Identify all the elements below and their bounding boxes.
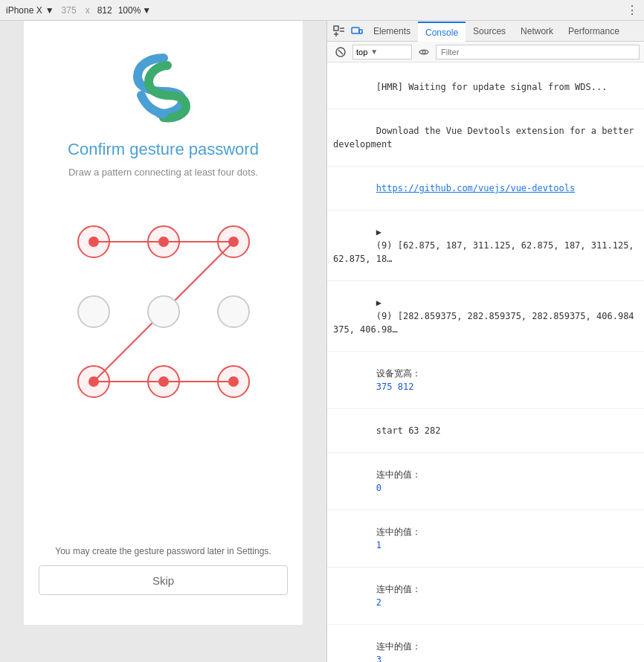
console-line-start: start 63 282: [327, 409, 644, 453]
gesture-title: Confirm gesture password: [68, 140, 259, 159]
svg-rect-5: [334, 26, 338, 30]
height-value: 812: [97, 5, 112, 16]
filter-input[interactable]: [436, 45, 640, 60]
context-value: top: [356, 48, 367, 57]
dot-6: [77, 365, 110, 398]
console-line-link: https://github.com/vuejs/vue-devtools: [327, 167, 644, 211]
console-line: [HMR] Waiting for update signal from WDS…: [327, 65, 644, 109]
svg-line-13: [338, 50, 343, 54]
dot-2: [217, 225, 250, 258]
zoom-chevron: ▼: [142, 5, 151, 16]
tab-console[interactable]: Console: [418, 22, 466, 42]
toolbar-sep: 375: [62, 5, 77, 16]
dim-x: x: [86, 5, 90, 16]
console-line-v0: 连中的值： 0: [327, 453, 644, 510]
phone-simulator: Confirm gesture password Draw a pattern …: [0, 21, 327, 662]
zoom-value: 100%: [118, 5, 141, 16]
devtools-tabs: Elements Console Sources Network Perform…: [327, 21, 644, 42]
gesture-subtitle: Draw a pattern connecting at least four …: [68, 167, 258, 178]
devtools-responsive-icon[interactable]: [348, 22, 366, 40]
dot-3: [77, 295, 110, 328]
zoom-selector[interactable]: 100% ▼: [118, 5, 152, 16]
device-name: iPhone X: [6, 5, 42, 16]
dot-1: [147, 225, 180, 258]
skip-button[interactable]: Skip: [39, 565, 288, 595]
tab-sources[interactable]: Sources: [466, 21, 513, 42]
more-options-icon[interactable]: ⋮: [626, 3, 638, 17]
context-chevron: ▼: [370, 48, 378, 56]
console-clear-icon[interactable]: [332, 43, 350, 61]
device-chevron: ▼: [45, 5, 54, 16]
dot-5: [217, 295, 250, 328]
svg-point-14: [422, 51, 425, 54]
svg-rect-11: [359, 30, 362, 33]
devtools-panel: Elements Console Sources Network Perform…: [327, 21, 644, 662]
bottom-text: You may create the gesture password late…: [40, 546, 286, 556]
tab-network[interactable]: Network: [513, 21, 561, 42]
console-line-v3: 连中的值： 3: [327, 625, 644, 662]
context-select[interactable]: top ▼: [352, 45, 412, 60]
app-logo: [126, 51, 201, 125]
svg-rect-10: [352, 28, 359, 33]
console-eye-icon[interactable]: [415, 43, 433, 61]
dot-8: [217, 365, 250, 398]
tab-elements[interactable]: Elements: [366, 21, 418, 42]
console-line: ▶ (9) [282.859375, 282.859375, 282.85937…: [327, 281, 644, 352]
console-output[interactable]: [HMR] Waiting for update signal from WDS…: [327, 62, 644, 662]
device-selector[interactable]: iPhone X ▼: [6, 5, 54, 16]
tab-performance[interactable]: Performance: [561, 21, 627, 42]
phone-screen: Confirm gesture password Draw a pattern …: [24, 21, 303, 625]
dot-7: [147, 365, 180, 398]
console-line-v1: 连中的值： 1: [327, 510, 644, 568]
console-line-v2: 连中的值： 2: [327, 568, 644, 625]
console-line-device: 设备宽高： 375 812: [327, 352, 644, 409]
phone-content: Confirm gesture password Draw a pattern …: [24, 21, 303, 625]
top-toolbar: iPhone X ▼ 375 x 812 100% ▼ ⋮: [0, 0, 644, 21]
console-line: Download the Vue Devtools extension for …: [327, 109, 644, 167]
main-area: Confirm gesture password Draw a pattern …: [0, 21, 644, 662]
devtools-inspect-icon[interactable]: [330, 22, 348, 40]
console-toolbar: top ▼: [327, 42, 644, 62]
console-line: ▶ (9) [62.875, 187, 311.125, 62.875, 187…: [327, 211, 644, 281]
dot-0: [77, 225, 110, 258]
dot-4: [147, 295, 180, 328]
gesture-grid-active: [59, 208, 268, 416]
